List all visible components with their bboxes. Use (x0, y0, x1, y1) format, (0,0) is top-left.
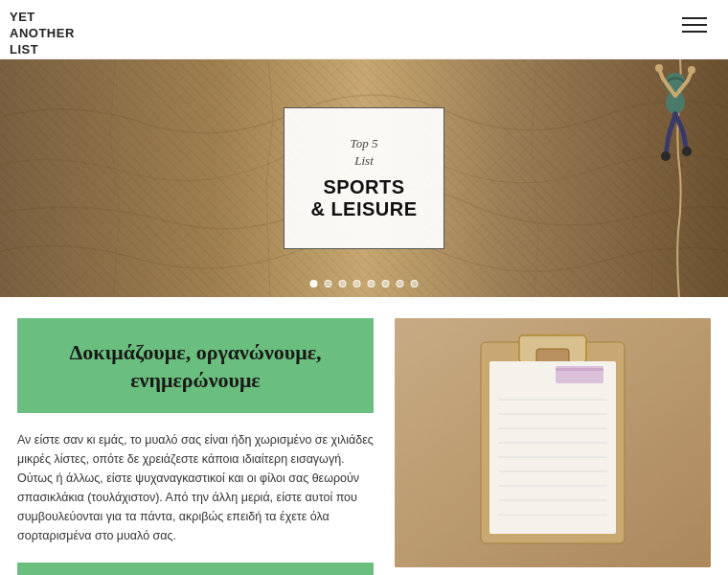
svg-point-2 (655, 64, 663, 72)
green-box-bottom: Αν ΔΕΝ είστε σαν κι εμάς, καιρός να γίνε… (17, 563, 374, 575)
svg-point-4 (661, 151, 671, 161)
hamburger-line (682, 17, 707, 19)
slider-dot[interactable] (353, 280, 361, 288)
hamburger-line (682, 24, 707, 26)
slider-dots (310, 280, 419, 288)
left-column: Δοκιμάζουμε, οργανώνουμε, ενημερώνουμε Α… (17, 318, 395, 575)
svg-rect-11 (489, 361, 616, 534)
right-column (395, 318, 711, 575)
slider-dot[interactable] (325, 280, 332, 288)
logo[interactable]: YET ANOTHER LIST (10, 10, 75, 58)
hero-card-subtitle: List (354, 153, 374, 169)
slider-dot[interactable] (368, 280, 375, 288)
svg-point-5 (682, 147, 692, 156)
green-box-top-title: Δοκιμάζουμε, οργανώνουμε, ενημερώνουμε (34, 339, 356, 394)
slider-dot[interactable] (382, 280, 390, 288)
green-box-top: Δοκιμάζουμε, οργανώνουμε, ενημερώνουμε (17, 318, 374, 413)
body-text: Αν είστε σαν κι εμάς, το μυαλό σας είναι… (17, 430, 374, 545)
header: YET ANOTHER LIST (0, 0, 728, 59)
hero-card: Top 5 List SPORTS & LEISURE (284, 107, 444, 249)
slider-dot[interactable] (339, 280, 347, 288)
slider-dot[interactable] (411, 280, 419, 288)
hero-card-title: SPORTS & LEISURE (310, 176, 417, 220)
hero-card-top: Top 5 (351, 136, 378, 151)
hamburger-line (682, 31, 707, 33)
hamburger-menu-button[interactable] (678, 13, 711, 36)
slider-dot[interactable] (310, 280, 318, 288)
slider-dot[interactable] (397, 280, 404, 288)
hero-slider: Top 5 List SPORTS & LEISURE (0, 59, 728, 297)
clipboard-image (395, 318, 711, 567)
svg-point-3 (688, 66, 695, 74)
content-section: Δοκιμάζουμε, οργανώνουμε, ενημερώνουμε Α… (0, 297, 728, 575)
svg-rect-13 (556, 368, 603, 371)
